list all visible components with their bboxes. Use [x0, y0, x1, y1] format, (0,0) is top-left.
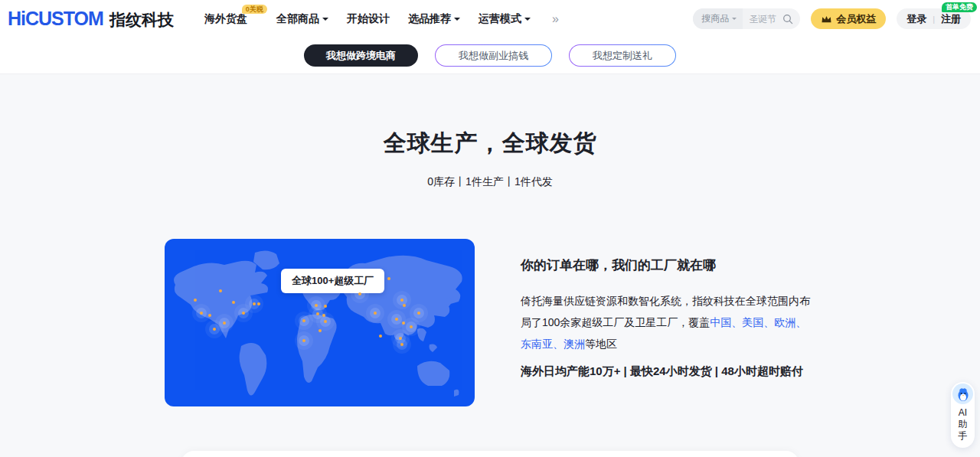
logo-brand: HiCUSTOM [8, 8, 103, 30]
factory-dot [253, 302, 256, 305]
chevron-down-icon [524, 18, 531, 24]
factory-dot [402, 322, 405, 325]
next-section-card [181, 451, 799, 457]
tab-side-business[interactable]: 我想做副业搞钱 [435, 44, 552, 67]
ai-assistant-label: AI 助 手 [959, 407, 968, 442]
factory-dot [379, 335, 382, 338]
factory-dot [213, 328, 216, 331]
feature-description: 倚托海量供应链资源和数智化系统，指纹科技在全球范围内布局了100余家超级工厂及卫… [521, 290, 812, 354]
nav-item-label: 开始设计 [347, 12, 390, 26]
factory-dot [194, 299, 197, 302]
chevron-down-icon [454, 18, 460, 24]
factory-dot [374, 312, 377, 315]
feature-heading: 你的订单在哪，我们的工厂就在哪 [521, 256, 812, 274]
member-benefits-label: 会员权益 [836, 12, 876, 26]
nav-item-product-picks[interactable]: 选品推荐 [399, 0, 469, 38]
feature-text: 你的订单在哪，我们的工厂就在哪 倚托海量供应链资源和数智化系统，指纹科技在全球范… [521, 256, 812, 379]
intent-tabs: 我想做跨境电商 我想做副业搞钱 我想定制送礼 [0, 38, 980, 74]
nav-item-all-products[interactable]: 全部商品 [267, 0, 338, 38]
factory-dot [387, 277, 390, 280]
member-benefits-button[interactable]: 会员权益 [811, 8, 886, 29]
factory-dot [400, 343, 403, 346]
search-input[interactable] [743, 14, 782, 24]
factory-dot [399, 337, 402, 340]
login-link[interactable]: 登录 [906, 12, 926, 26]
zero-tariff-badge: 0关税 [242, 5, 267, 14]
factory-dot [302, 319, 305, 322]
world-map-continents [165, 239, 475, 406]
crown-icon [821, 15, 832, 24]
chevron-down-icon [322, 18, 328, 24]
logo-name: 指纹科技 [109, 9, 174, 31]
factory-dot [232, 301, 235, 304]
search-bar: 搜商品 [693, 8, 800, 29]
factory-dot [302, 339, 305, 342]
feature-stats: 海外日均产能10万+ | 最快24小时发货 | 48小时超时赔付 [521, 364, 812, 379]
factory-dot [400, 299, 403, 302]
nav-item-operation-mode[interactable]: 运营模式 [469, 0, 540, 38]
factory-dot [395, 318, 398, 321]
nav-item-label: 选品推荐 [408, 12, 451, 26]
factory-dot [315, 304, 318, 307]
factory-dot [219, 289, 222, 292]
world-map: 全球100+超级工厂 [165, 239, 475, 406]
nav-item-label: 运营模式 [479, 12, 521, 26]
register-link[interactable]: 注册 [941, 12, 961, 26]
header: HiCUSTOM 指纹科技 海外货盘 0关税 全部商品 开始设计 选品推荐 运营… [0, 0, 980, 38]
chevron-double-right-icon[interactable]: » [552, 12, 557, 26]
logo[interactable]: HiCUSTOM 指纹科技 [8, 8, 174, 31]
ai-assistant-button[interactable]: AI 助 手 [951, 382, 975, 448]
factory-dot [316, 312, 319, 315]
factory-dot [242, 312, 245, 315]
map-factories-label: 全球100+超级工厂 [281, 269, 384, 293]
hero-title: 全球生产，全球发货 [0, 74, 980, 159]
tab-cross-border-ecommerce[interactable]: 我想做跨境电商 [304, 44, 418, 67]
factory-dot [403, 304, 406, 307]
hero-subtitle: 0库存丨1件生产丨1件代发 [0, 175, 980, 189]
chevron-down-icon [732, 18, 737, 22]
tab-custom-gift[interactable]: 我想定制送礼 [569, 44, 676, 67]
auth-pill: 登录 | 注册 首单免费 [897, 8, 971, 29]
search-icon[interactable] [782, 14, 800, 24]
header-right: 搜商品 会员权益 登录 | 注册 首单免费 [693, 8, 971, 29]
first-order-free-badge: 首单免费 [942, 2, 977, 12]
nav-item-start-design[interactable]: 开始设计 [338, 0, 399, 38]
nav-item-label: 海外货盘 [204, 12, 247, 26]
hero-section: 全球生产，全球发货 0库存丨1件生产丨1件代发 [0, 74, 980, 457]
search-category-label: 搜商品 [701, 12, 729, 25]
factory-dot [410, 325, 413, 328]
main-nav: 海外货盘 0关税 全部商品 开始设计 选品推荐 运营模式 » [195, 0, 557, 38]
ai-assistant-avatar-icon [952, 384, 973, 404]
auth-separator: | [933, 15, 935, 24]
page: HiCUSTOM 指纹科技 海外货盘 0关税 全部商品 开始设计 选品推荐 运营… [0, 0, 980, 457]
nav-item-label: 全部商品 [276, 12, 319, 26]
description-suffix: 等地区 [585, 338, 617, 350]
nav-item-overseas-stock[interactable]: 海外货盘 0关税 [195, 0, 256, 38]
factory-dot [318, 329, 322, 332]
search-category-select[interactable]: 搜商品 [693, 8, 743, 29]
